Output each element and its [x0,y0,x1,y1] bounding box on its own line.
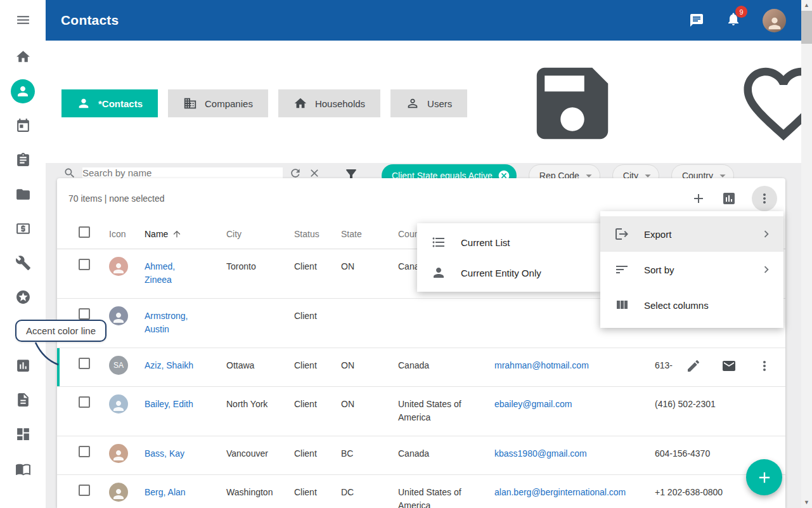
cell-country: United States of America [398,387,494,436]
tab-users[interactable]: Users [390,89,467,117]
row-checkbox[interactable] [79,485,90,496]
tab-label: Companies [205,98,253,109]
col-city[interactable]: City [226,229,294,239]
row-checkbox[interactable] [79,446,90,457]
tab-companies[interactable]: Companies [168,89,268,117]
row-checkbox[interactable] [79,358,90,369]
tools-icon[interactable] [9,249,37,277]
col-name-sort[interactable]: Name [145,229,226,239]
chat-icon[interactable] [689,13,704,28]
table-row-selected[interactable]: SA Aziz, Shaikh Ottawa Client ON Canada … [57,348,785,387]
tasks-icon[interactable] [9,146,37,174]
menu-item-label: Export [644,229,671,240]
table-row[interactable]: Bailey, Edith North York Client ON Unite… [57,387,785,436]
annotation-callout-tail [32,342,61,366]
contact-name-link[interactable]: Aziz, Shaikh [145,359,193,372]
menu-item-label: Select columns [644,300,709,311]
col-status[interactable]: Status [294,229,341,239]
contact-name-link[interactable]: Berg, Alan [145,486,186,499]
search-icon [63,167,76,179]
row-checkbox[interactable] [79,396,90,408]
email-link[interactable]: kbass1980@gmail.com [494,448,587,459]
notification-badge: 9 [735,6,747,18]
contact-name-link[interactable]: Bass, Kay [145,447,184,460]
cell-city [226,299,294,321]
tab-label: Users [427,98,452,109]
col-state[interactable]: State [341,229,398,239]
avatar-initials-text: SA [113,359,124,372]
cell-status: Client [294,475,341,508]
cell-country: Canada [398,436,494,472]
entity-panel: *Contacts Companies Households Users [46,41,801,163]
edit-icon[interactable] [686,358,701,374]
row-checkbox[interactable] [79,308,90,320]
cell-country: United States of America [398,475,494,508]
top-app-bar: Contacts 9 [46,0,801,41]
email-link[interactable]: mrahman@hotmail.com [494,360,589,370]
cell-status: Client [294,299,341,334]
cell-country [398,299,494,321]
dashboard-icon[interactable] [9,420,37,448]
sort-ascending-icon [172,229,182,239]
cell-state: DC [341,475,398,508]
avatar [109,306,128,325]
tab-contacts[interactable]: *Contacts [61,89,158,117]
document-icon[interactable] [9,386,37,414]
contact-name-link[interactable]: Bailey, Edith [145,398,193,411]
cell-city: Vancouver [226,436,294,472]
person-icon [431,265,446,280]
home-icon[interactable] [9,42,37,70]
favorite-heart-icon[interactable] [688,56,812,151]
featured-star-icon[interactable] [9,283,37,311]
menu-item-current-list[interactable]: Current List [417,227,600,257]
cell-phone: (416) 502-2301 [655,387,774,422]
add-icon[interactable] [691,191,706,206]
avatar [109,444,128,463]
home-icon [293,96,307,110]
avatar [109,257,128,276]
contact-name-link[interactable]: Ahmed, Zineea [145,260,202,287]
cell-country: Canada [398,348,494,384]
contacts-icon[interactable] [11,79,35,103]
table-row[interactable]: Berg, Alan Washington Client DC United S… [57,475,785,508]
add-contact-fab[interactable] [746,459,782,495]
scroll-up-arrow[interactable]: ▲ [804,0,809,11]
menu-item-export[interactable]: Export [600,216,783,252]
email-link[interactable]: alan.berg@berginternational.com [494,487,626,497]
scroll-down-arrow[interactable]: ▼ [804,497,809,508]
menu-icon[interactable] [9,6,37,34]
scrollbar-thumb[interactable] [801,11,812,44]
cell-state [341,299,398,321]
select-all-checkbox[interactable] [79,226,90,238]
menu-item-current-entity-only[interactable]: Current Entity Only [417,257,600,288]
calendar-icon[interactable] [9,112,37,140]
company-icon [183,96,197,110]
chart-columns-icon[interactable] [721,191,737,206]
more-options-button[interactable] [752,186,777,211]
clear-search-icon[interactable] [308,167,321,179]
menu-item-select-columns[interactable]: Select columns [600,287,783,323]
tab-households[interactable]: Households [278,89,380,117]
billing-icon[interactable] [9,214,37,242]
address-book-icon[interactable] [9,455,37,483]
avatar-initials: SA [109,356,128,375]
export-submenu: Current List Current Entity Only [417,223,600,292]
menu-item-sort-by[interactable]: Sort by [600,252,783,287]
row-more-options-icon[interactable] [757,358,772,374]
selection-summary: 70 items | none selected [68,193,165,204]
vertical-scrollbar[interactable]: ▲ ▼ [801,0,812,508]
user-avatar[interactable] [763,9,786,32]
table-row[interactable]: Bass, Kay Vancouver Client BC Canada kba… [57,436,785,475]
context-menu: Export Sort by Select columns [600,211,783,328]
save-icon[interactable] [477,56,667,151]
cell-status: Client [294,348,341,384]
folder-icon[interactable] [9,180,37,208]
contact-name-link[interactable]: Armstrong, Austin [145,309,202,336]
refresh-icon[interactable] [289,167,302,179]
row-checkbox[interactable] [79,259,90,270]
send-email-icon[interactable] [721,358,737,374]
cell-state: ON [341,387,398,422]
person-icon [77,96,91,110]
email-link[interactable]: ebailey@gmail.com [494,399,572,409]
search-input[interactable] [82,167,283,178]
